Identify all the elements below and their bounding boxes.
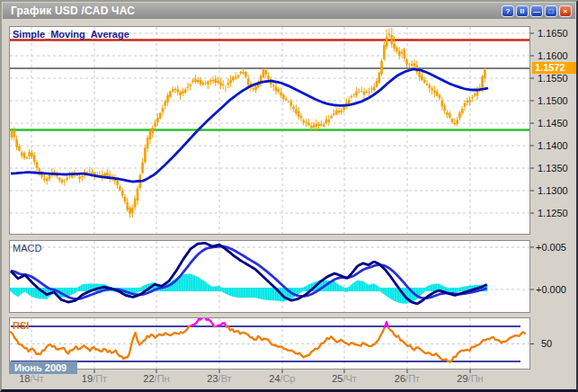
date-axis-label: 22/Пн (137, 373, 176, 384)
price-axis-label: 1.1450 (538, 118, 568, 129)
price-axis-label: 1.1300 (538, 185, 568, 196)
date-axis-label: 23/Вт (200, 373, 239, 384)
date-axis-label: 19/Пт (75, 373, 114, 384)
macd-indicator-label: MACD (13, 243, 41, 254)
date-axis-label: 24/Ср (262, 373, 302, 384)
price-axis-label: 1.1400 (538, 140, 568, 151)
chart-window: График USD /CAD ЧАС ? II — □ × Simple_Mo… (0, 0, 578, 392)
price-axis-label: 1.1600 (538, 50, 568, 61)
chart-canvas[interactable] (2, 2, 578, 392)
date-axis-label: 26/Пт (387, 373, 427, 384)
indicator-axis-label: 50 (541, 338, 552, 349)
date-axis-label: 29/Пн (450, 373, 490, 384)
indicator-axis-label: +0.005 (536, 242, 566, 253)
rsi-indicator-label: RSI (13, 320, 29, 331)
month-badge: Июнь 2009 (9, 361, 77, 374)
price-axis-label: 1.1250 (538, 208, 568, 218)
price-axis-label: 1.1500 (538, 95, 568, 106)
date-axis-label: 18/Чт (12, 373, 51, 384)
indicator-axis-label: +0.000 (536, 284, 566, 295)
price-axis-label: 1.1550 (538, 73, 568, 84)
price-axis-label: 1.1650 (538, 28, 568, 39)
price-axis-label: 1.1350 (538, 163, 568, 174)
date-axis-label: 25/Чт (325, 373, 364, 384)
sma-indicator-label: Simple_Moving_Average (13, 29, 129, 40)
